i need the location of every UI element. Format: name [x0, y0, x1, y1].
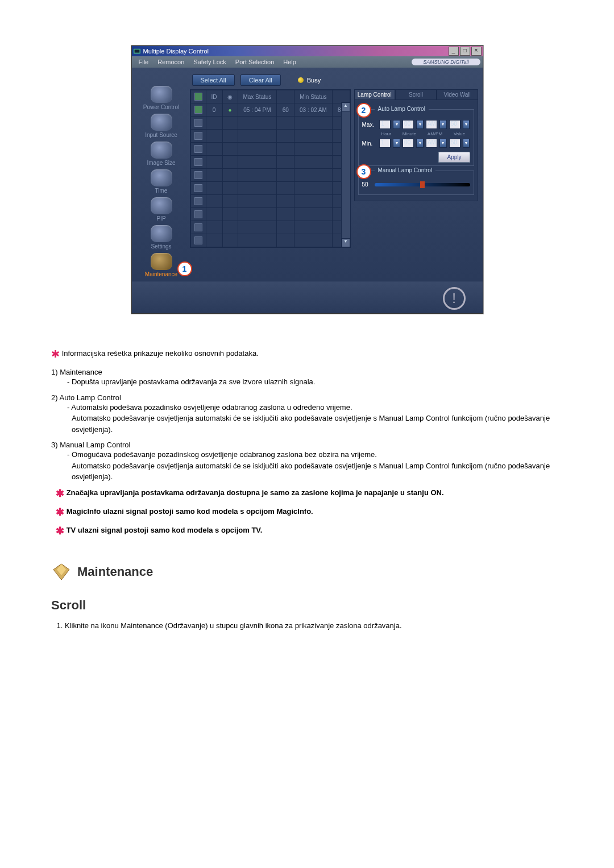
tab-video-wall[interactable]: Video Wall: [437, 89, 478, 99]
col-id: ID: [206, 90, 222, 103]
star-icon: ✱: [51, 348, 60, 360]
sidebar-item-label: Maintenance: [145, 271, 177, 277]
sidebar-item-image-size[interactable]: Image Size: [136, 142, 186, 166]
table-row[interactable]: [190, 195, 350, 208]
table-row[interactable]: 0 ● 05 : 04 PM 60 03 : 02 AM 80: [190, 103, 350, 117]
min-minute-input[interactable]: 00: [403, 139, 414, 148]
max-value-input[interactable]: 50: [449, 120, 460, 129]
subsection-heading: Scroll: [51, 598, 563, 613]
table-row[interactable]: [190, 169, 350, 182]
min-hour-input[interactable]: 1: [379, 139, 391, 148]
row-checkbox[interactable]: [194, 106, 202, 114]
dropdown-icon[interactable]: ▾: [463, 120, 470, 129]
row-checkbox[interactable]: [194, 223, 202, 231]
item-2-title: Auto Lamp Control: [59, 393, 121, 402]
sidebar-item-pip[interactable]: PIP: [136, 197, 186, 222]
section-title: Maintenance: [77, 564, 153, 579]
sidebar-item-power[interactable]: Power Control: [136, 86, 186, 110]
section-heading: Maintenance: [51, 562, 563, 582]
table-row[interactable]: [190, 130, 350, 143]
min-ampm-input[interactable]: AM: [426, 139, 437, 148]
table-row[interactable]: [190, 117, 350, 130]
dropdown-icon[interactable]: ▾: [416, 139, 424, 148]
table-row[interactable]: [190, 221, 350, 234]
window-title: Multiple Display Control: [143, 48, 209, 55]
dropdown-icon[interactable]: ▾: [393, 120, 400, 129]
app-icon: [133, 47, 141, 55]
apply-button[interactable]: Apply: [438, 152, 470, 163]
manual-lamp-slider[interactable]: [375, 183, 470, 186]
tab-lamp-control[interactable]: Lamp Control: [354, 89, 396, 99]
max-hour-input[interactable]: 1: [379, 120, 391, 129]
note-2: MagicInfo ulazni signal postoji samo kod…: [67, 507, 313, 516]
col-max-status: Max Status: [238, 90, 277, 103]
item-1-desc: - Dopušta upravljanje postavkama održava…: [67, 376, 563, 388]
table-row[interactable]: [190, 208, 350, 221]
sidebar-item-label: Image Size: [147, 160, 175, 166]
dropdown-icon[interactable]: ▾: [463, 139, 470, 148]
table-row[interactable]: [190, 182, 350, 195]
row-checkbox[interactable]: [194, 145, 202, 153]
grid-scrollbar[interactable]: ▲▼: [341, 102, 350, 247]
image-size-icon: [151, 142, 172, 159]
busy-label: Busy: [307, 77, 321, 84]
menu-remocon[interactable]: Remocon: [153, 59, 189, 65]
row-checkbox[interactable]: [194, 171, 202, 179]
titlebar[interactable]: Multiple Display Control _ □ ×: [132, 46, 483, 56]
dropdown-icon[interactable]: ▾: [393, 139, 400, 148]
scroll-up-icon[interactable]: ▲: [342, 102, 350, 111]
item-3-desc1: - Omogućava podešavanje pozadinskog osvj…: [67, 449, 563, 460]
menu-help[interactable]: Help: [279, 59, 301, 65]
intro-text: Informacijska rešetka prikazuje nekoliko…: [62, 349, 259, 358]
menu-safety-lock[interactable]: Safety Lock: [189, 59, 230, 65]
max-ampm-input[interactable]: AM: [426, 120, 437, 129]
cell-status-icon: ●: [222, 103, 238, 117]
min-value-input[interactable]: 50: [449, 139, 460, 148]
minimize-button[interactable]: _: [449, 47, 459, 56]
slider-thumb[interactable]: [420, 181, 425, 188]
max-label: Max.: [362, 122, 377, 128]
menu-port-selection[interactable]: Port Selection: [231, 59, 279, 65]
row-checkbox[interactable]: [194, 158, 202, 166]
row-checkbox[interactable]: [194, 132, 202, 140]
display-grid: ID ◉ Max Status Min Status 0 ● 05 : 04 P…: [190, 89, 351, 248]
note-1: Značajka upravljanja postavkama održavan…: [67, 488, 444, 497]
document-body: ✱ Informacijska rešetka prikazuje nekoli…: [51, 348, 563, 631]
check-all[interactable]: [194, 93, 202, 101]
cell-max-value: 60: [277, 103, 294, 117]
cell-id: 0: [206, 103, 222, 117]
item-3-title: Manual Lamp Control: [60, 441, 130, 449]
row-checkbox[interactable]: [194, 119, 202, 127]
time-icon: [151, 169, 172, 186]
close-button[interactable]: ×: [471, 47, 482, 56]
sidebar-item-settings[interactable]: Settings: [136, 225, 186, 250]
item-2-desc2: Automatsko podešavanje osvjetljenja auto…: [72, 413, 563, 435]
clear-all-button[interactable]: Clear All: [240, 74, 281, 86]
dropdown-icon[interactable]: ▾: [439, 139, 447, 148]
dropdown-icon[interactable]: ▾: [439, 120, 447, 129]
sidebar-item-time[interactable]: Time: [136, 169, 186, 194]
diamond-icon: [51, 562, 72, 582]
max-minute-input[interactable]: 00: [403, 120, 414, 129]
row-checkbox[interactable]: [194, 210, 202, 218]
sidebar-item-maintenance[interactable]: Maintenance 1: [136, 253, 186, 277]
brand-label: SAMSUNG DIGITall: [412, 59, 480, 65]
row-checkbox[interactable]: [194, 197, 202, 205]
dropdown-icon[interactable]: ▾: [416, 120, 424, 129]
col-status-icon: ◉: [222, 90, 238, 103]
row-checkbox[interactable]: [194, 236, 202, 244]
table-row[interactable]: [190, 143, 350, 156]
row-checkbox[interactable]: [194, 184, 202, 192]
table-row[interactable]: [190, 156, 350, 169]
maximize-button[interactable]: □: [460, 47, 470, 56]
item-2-desc1: - Automatski podešava pozadinsko osvjetl…: [67, 402, 563, 413]
busy-icon: [298, 77, 304, 83]
scroll-down-icon[interactable]: ▼: [342, 238, 350, 247]
table-row[interactable]: [190, 234, 350, 247]
star-icon: ✱: [56, 525, 64, 537]
menu-file[interactable]: File: [134, 59, 154, 65]
tab-scroll[interactable]: Scroll: [395, 89, 437, 99]
sidebar-item-input[interactable]: Input Source: [136, 114, 186, 138]
select-all-button[interactable]: Select All: [192, 74, 235, 86]
sidebar: Power Control Input Source Image Size Ti…: [136, 73, 186, 281]
